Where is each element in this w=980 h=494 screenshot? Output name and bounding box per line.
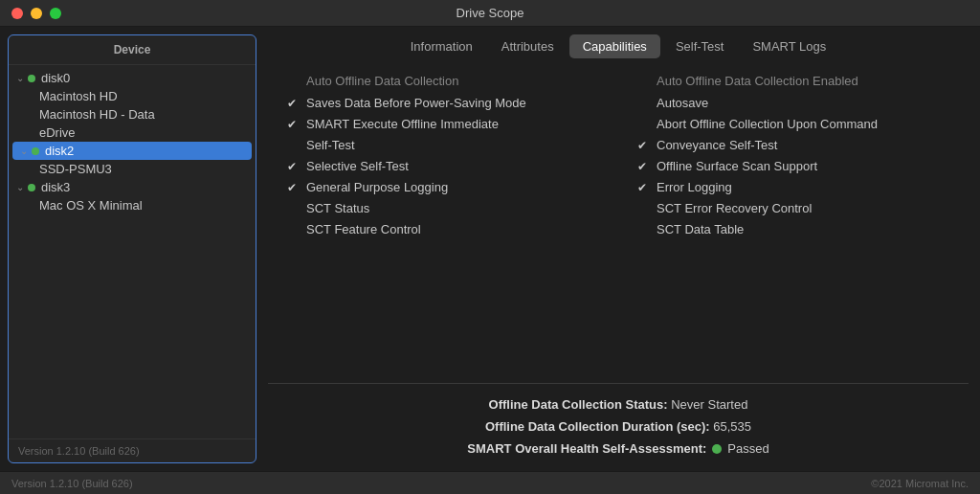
sidebar-tree: ⌄ disk0 Macintosh HD Macintosh HD - Data… (9, 65, 256, 438)
checkmark-icon (637, 223, 651, 236)
cap-item: ✔ Saves Data Before Power-Saving Mode (287, 96, 599, 110)
window-controls (11, 8, 61, 19)
checkmark-icon: ✔ (287, 160, 301, 173)
cap-item: SCT Feature Control (287, 222, 599, 236)
tab-bar: Information Attributes Capabilities Self… (268, 34, 969, 58)
cap-item-label: SCT Feature Control (306, 222, 421, 236)
sidebar-item-disk2[interactable]: ⌄ disk2 (12, 142, 252, 160)
sidebar-item-label: eDrive (39, 125, 76, 140)
maximize-button[interactable] (50, 8, 61, 19)
minimize-button[interactable] (31, 8, 42, 19)
checkmark-icon (287, 202, 301, 215)
cap-item: SCT Data Table (637, 222, 949, 236)
cap-item-label: Selective Self-Test (306, 159, 409, 173)
checkmark-icon: ✔ (637, 139, 651, 152)
cap-item: ✔ Offline Surface Scan Support (637, 159, 949, 173)
sidebar-item-label: Macintosh HD (39, 89, 118, 103)
summary-section: Offline Data Collection Status: Never St… (268, 383, 969, 463)
sidebar-item-disk0[interactable]: ⌄ disk0 (9, 69, 256, 87)
tab-information[interactable]: Information (397, 34, 486, 58)
sidebar-item-label: Mac OS X Minimal (39, 198, 143, 213)
cap-item-label: Abort Offline Collection Upon Command (657, 117, 878, 131)
cap-item: Autosave (637, 96, 949, 110)
sidebar-item-label: SSD-PSMU3 (39, 162, 112, 176)
cap-item-label: General Purpose Logging (306, 180, 448, 194)
offline-duration-value: 65,535 (713, 419, 751, 434)
cap-item-label: SMART Execute Offline Immediate (306, 117, 499, 131)
cap-right-column: Auto Offline Data Collection Enabled Aut… (618, 74, 969, 375)
cap-item: ✔ Selective Self-Test (287, 159, 599, 173)
cap-left-column: Auto Offline Data Collection ✔ Saves Dat… (268, 74, 618, 375)
sidebar-item-label: disk2 (45, 144, 74, 158)
checkmark-icon (287, 139, 301, 152)
sidebar-item-macintosh-hd[interactable]: Macintosh HD (9, 87, 256, 105)
checkmark-icon: ✔ (287, 97, 301, 110)
placeholder-check (287, 75, 301, 88)
health-value: Passed (727, 441, 768, 456)
cap-item-label: SCT Data Table (657, 222, 744, 236)
checkmark-icon (637, 97, 651, 110)
close-button[interactable] (11, 8, 23, 19)
health-assessment-row: SMART Overall Health Self-Assessment: Pa… (268, 441, 969, 456)
checkmark-icon: ✔ (287, 181, 301, 194)
offline-duration-row: Offline Data Collection Duration (sec): … (268, 419, 969, 434)
sidebar-item-macintosh-hd-data[interactable]: Macintosh HD - Data (9, 105, 256, 124)
capabilities-panel: Auto Offline Data Collection ✔ Saves Dat… (268, 74, 969, 463)
sidebar-item-ssd-psmu3[interactable]: SSD-PSMU3 (9, 160, 256, 178)
capabilities-columns: Auto Offline Data Collection ✔ Saves Dat… (268, 74, 969, 375)
cap-item: SCT Status (287, 201, 599, 215)
tab-self-test[interactable]: Self-Test (662, 34, 738, 58)
tab-smart-logs[interactable]: SMART Logs (739, 34, 839, 58)
cap-item-label: Autosave (657, 96, 708, 110)
cap-item-label: Offline Surface Scan Support (657, 159, 817, 173)
cap-item-label: Saves Data Before Power-Saving Mode (306, 96, 526, 110)
placeholder-check (637, 75, 651, 88)
health-label: SMART Overall Health Self-Assessment: (467, 441, 706, 456)
disk-status-dot (28, 75, 35, 82)
titlebar: Drive Scope (0, 0, 980, 27)
tab-capabilities[interactable]: Capabilities (569, 34, 660, 58)
health-status-dot (712, 444, 722, 454)
version-label: Version 1.2.10 (Build 626) (9, 438, 256, 462)
chevron-icon: ⌄ (16, 182, 24, 192)
window-title: Drive Scope (457, 6, 524, 20)
offline-status-label: Offline Data Collection Status: (489, 397, 672, 412)
sidebar: Device ⌄ disk0 Macintosh HD Macintosh HD… (8, 34, 256, 463)
cap-item: SCT Error Recovery Control (637, 201, 949, 215)
cap-item-label: Self-Test (306, 138, 355, 152)
checkmark-icon (637, 202, 651, 215)
right-panel: Information Attributes Capabilities Self… (256, 27, 980, 471)
footer-version: Version 1.2.10 (Build 626) (11, 478, 133, 489)
cap-right-header-label: Auto Offline Data Collection Enabled (657, 74, 858, 88)
offline-status-value: Never Started (671, 397, 747, 412)
disk-status-dot (28, 184, 35, 191)
cap-item-label: SCT Status (306, 201, 369, 215)
checkmark-icon: ✔ (287, 118, 301, 131)
cap-item-label: SCT Error Recovery Control (657, 201, 812, 215)
cap-item: Abort Offline Collection Upon Command (637, 117, 949, 131)
sidebar-item-label: disk3 (41, 180, 70, 194)
checkmark-icon (287, 223, 301, 236)
chevron-icon: ⌄ (20, 146, 28, 156)
cap-item: ✔ Conveyance Self-Test (637, 138, 949, 152)
main-content: Device ⌄ disk0 Macintosh HD Macintosh HD… (0, 27, 980, 471)
cap-item: Self-Test (287, 138, 599, 152)
cap-item: ✔ SMART Execute Offline Immediate (287, 117, 599, 131)
tab-attributes[interactable]: Attributes (488, 34, 568, 58)
cap-item: ✔ Error Logging (637, 180, 949, 194)
cap-item: ✔ General Purpose Logging (287, 180, 599, 194)
sidebar-item-edrive[interactable]: eDrive (9, 124, 256, 142)
checkmark-icon (637, 118, 651, 131)
sidebar-item-disk3[interactable]: ⌄ disk3 (9, 178, 256, 196)
cap-item-label: Error Logging (657, 180, 732, 194)
app-footer: Version 1.2.10 (Build 626) ©2021 Microma… (0, 471, 980, 494)
sidebar-item-label: Macintosh HD - Data (39, 107, 155, 122)
cap-item-label: Conveyance Self-Test (657, 138, 777, 152)
cap-left-header-label: Auto Offline Data Collection (306, 74, 458, 88)
checkmark-icon: ✔ (637, 181, 651, 194)
sidebar-header: Device (9, 35, 256, 65)
sidebar-item-label: disk0 (41, 71, 70, 85)
footer-copyright: ©2021 Micromat Inc. (871, 478, 969, 489)
checkmark-icon: ✔ (637, 160, 651, 173)
sidebar-item-macos-minimal[interactable]: Mac OS X Minimal (9, 196, 256, 214)
